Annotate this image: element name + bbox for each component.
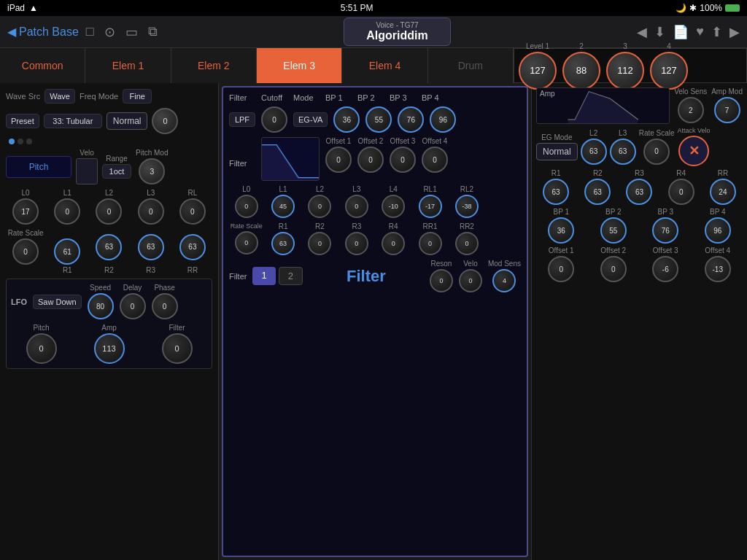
level-4-knob[interactable]: 127 <box>650 52 688 90</box>
r-rr-knob[interactable]: 24 <box>710 179 736 205</box>
f-l4-knob[interactable]: -10 <box>382 195 405 218</box>
rate-scale-knob[interactable]: 0 <box>12 238 39 265</box>
r-r4-knob[interactable]: 0 <box>668 179 694 205</box>
f-rr2-knob[interactable]: 0 <box>455 232 479 255</box>
freq-mode-value[interactable]: Normal <box>107 112 148 130</box>
filter-tab-1[interactable]: 1 <box>252 267 275 285</box>
offset2-knob[interactable]: 0 <box>357 147 384 173</box>
copy-icon[interactable]: ⧉ <box>148 24 158 40</box>
amp-mod-knob[interactable]: 7 <box>714 97 740 123</box>
nav-download-icon[interactable]: ⬇ <box>654 24 665 40</box>
filter-tab-2[interactable]: 2 <box>279 267 303 285</box>
reson-knob[interactable]: 0 <box>430 269 453 292</box>
tab-elem3[interactable]: Elem 3 <box>257 48 342 83</box>
r3-knob[interactable]: 63 <box>138 234 164 260</box>
tab-common[interactable]: Common <box>0 48 85 83</box>
f-r1-knob[interactable]: 63 <box>271 232 295 255</box>
fine-knob[interactable]: 0 <box>152 108 178 134</box>
offset4-knob[interactable]: 0 <box>422 147 448 173</box>
r-offset2-knob[interactable]: 0 <box>600 256 627 282</box>
velo-sens-knob[interactable]: 2 <box>678 97 704 123</box>
f-rl1-knob[interactable]: -17 <box>419 195 442 218</box>
wave-button[interactable]: Wave <box>44 89 75 104</box>
tab-drum[interactable]: Drum <box>428 48 514 83</box>
r-bp2: BP 2 55 <box>589 208 639 244</box>
r-l3-knob[interactable]: 63 <box>610 139 636 165</box>
nav-arrow-left-icon[interactable]: ◀ <box>637 24 647 40</box>
r-offset3-knob[interactable]: -6 <box>652 256 678 282</box>
cutoff-knob[interactable]: 0 <box>261 106 287 133</box>
offset1-knob[interactable]: 0 <box>325 147 352 173</box>
l1-knob[interactable]: 0 <box>54 198 80 225</box>
preset-label[interactable]: Preset <box>6 114 39 128</box>
level-3-knob[interactable]: 112 <box>606 52 644 90</box>
offset3-knob[interactable]: 0 <box>390 147 416 173</box>
attack-velo-x[interactable]: ✕ <box>678 136 709 166</box>
f-rl2-knob[interactable]: -38 <box>455 195 479 218</box>
pitch-mod-knob[interactable]: 3 <box>139 158 165 184</box>
f-rs-knob[interactable]: 0 <box>235 231 258 254</box>
tab-elem1[interactable]: Elem 1 <box>85 48 171 83</box>
l2-knob[interactable]: 0 <box>96 198 122 225</box>
nav-arrow-right-icon[interactable]: ▶ <box>729 24 740 40</box>
filter-eg-levels: L00 L145 L20 L30 L4-10 RL1-17 RL2-38 <box>229 185 521 218</box>
r-rate-scale-knob[interactable]: 0 <box>643 139 670 165</box>
f-rr1-knob[interactable]: 0 <box>419 232 442 255</box>
lfo-amp-knob[interactable]: 113 <box>94 333 125 364</box>
bp1-knob[interactable]: 36 <box>333 106 360 133</box>
mod-sens-knob[interactable]: 4 <box>492 269 516 292</box>
velo-knob[interactable]: 0 <box>459 269 482 292</box>
f-r2-knob[interactable]: 0 <box>308 232 331 255</box>
tab-elem4[interactable]: Elem 4 <box>342 48 427 83</box>
tab-elem2[interactable]: Elem 2 <box>171 48 257 83</box>
nav-doc-icon[interactable]: 📄 <box>673 24 689 40</box>
f-l0-knob[interactable]: 0 <box>235 195 258 218</box>
r-offset1-knob[interactable]: 0 <box>548 256 574 282</box>
rr-knob[interactable]: 63 <box>179 234 206 260</box>
mode-value[interactable]: EG-VA <box>293 112 328 127</box>
velo-slider[interactable] <box>76 158 98 184</box>
f-r4-knob[interactable]: 0 <box>382 232 405 255</box>
r-r2-knob[interactable]: 63 <box>584 179 611 205</box>
l3-knob[interactable]: 0 <box>138 198 164 225</box>
lfo-waveform[interactable]: Saw Down <box>33 295 82 309</box>
r-r1-knob[interactable]: 63 <box>543 179 569 205</box>
pitch-display[interactable]: Pitch <box>6 156 71 178</box>
controller-icon[interactable]: ⊙ <box>104 24 115 40</box>
r-offset4-knob[interactable]: -13 <box>705 256 731 282</box>
rl-knob[interactable]: 0 <box>179 198 206 225</box>
lfo-phase-knob[interactable]: 0 <box>152 293 178 319</box>
r-bp2-knob[interactable]: 55 <box>600 217 627 244</box>
filter-type[interactable]: LPF <box>229 112 255 127</box>
nav-share-icon[interactable]: ⬆ <box>711 24 722 40</box>
level-2-knob[interactable]: 88 <box>562 52 600 90</box>
r2-knob[interactable]: 63 <box>96 234 122 260</box>
lfo-filter-knob[interactable]: 0 <box>162 333 193 364</box>
range-value[interactable]: 1oct <box>102 164 131 179</box>
lfo-pitch-knob[interactable]: 0 <box>26 333 57 364</box>
r-l2-knob[interactable]: 63 <box>581 139 607 165</box>
lfo-speed-knob[interactable]: 80 <box>88 293 114 319</box>
r-bp4-knob[interactable]: 96 <box>705 217 731 244</box>
r-r3-knob[interactable]: 63 <box>626 179 652 205</box>
eg-mode-value[interactable]: Normal <box>536 143 578 160</box>
bp4-knob[interactable]: 96 <box>430 106 456 133</box>
f-r3-knob[interactable]: 0 <box>345 232 368 255</box>
lfo-delay-knob[interactable]: 0 <box>120 293 146 319</box>
r-bp3-knob[interactable]: 76 <box>652 217 678 244</box>
f-l2-knob[interactable]: 0 <box>308 195 331 218</box>
r1-knob[interactable]: 61 <box>54 238 80 265</box>
f-l1-knob[interactable]: 45 <box>271 195 295 218</box>
keyboard-icon[interactable]: ▭ <box>125 24 138 40</box>
fine-button[interactable]: Fine <box>123 89 152 104</box>
preset-value[interactable]: 33: Tubular <box>44 114 102 128</box>
bp3-knob[interactable]: 76 <box>398 106 424 133</box>
f-l3-knob[interactable]: 0 <box>345 195 368 218</box>
back-button[interactable]: ◀ Patch Base <box>7 25 79 39</box>
nav-heart-icon[interactable]: ♥ <box>696 24 704 40</box>
folder-icon[interactable]: □ <box>86 24 94 40</box>
level-1-knob[interactable]: 127 <box>519 52 557 90</box>
bp2-knob[interactable]: 55 <box>365 106 392 133</box>
r-bp1-knob[interactable]: 36 <box>548 217 574 244</box>
l0-knob[interactable]: 17 <box>12 198 39 225</box>
